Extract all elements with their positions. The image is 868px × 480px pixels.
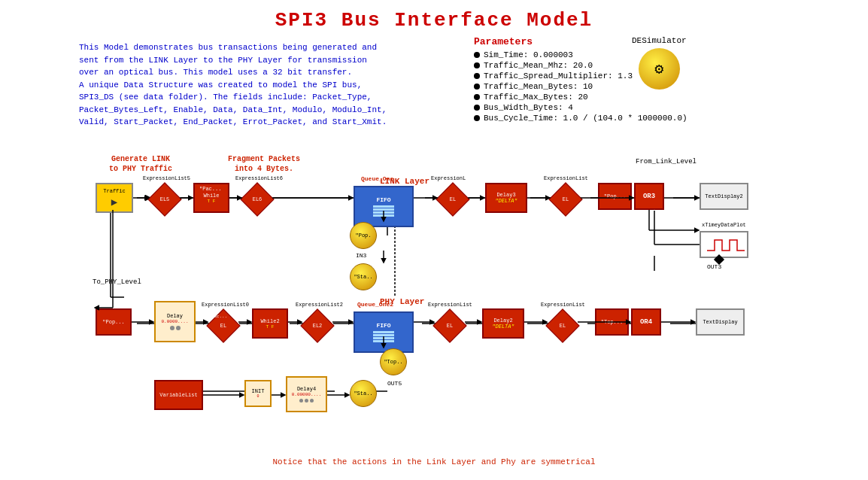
init-block: INIT 0 bbox=[244, 380, 272, 407]
pop-link-right: "Pop... bbox=[598, 183, 632, 210]
param-bus-width: Bus_Width_Bytes: 4 bbox=[474, 103, 687, 112]
desimulator-icon: ⚙ bbox=[639, 48, 680, 90]
expression-list-pop: EL bbox=[551, 184, 581, 214]
out3-label: OUT3 bbox=[707, 263, 721, 270]
delay4-block: Delay4 0.00000.... bbox=[286, 376, 327, 412]
page-title: SPI3 Bus Interface Model bbox=[0, 0, 868, 32]
param-bus-cycle-time: Bus_Cycle_Time: 1.0 / (104.0 * 1000000.0… bbox=[474, 114, 687, 123]
expression-list-phy3: EL bbox=[435, 311, 465, 341]
sta-phy: "Sta.. bbox=[350, 380, 377, 407]
param-traffic-max-bytes: Traffic_Max_Bytes: 20 bbox=[474, 93, 687, 102]
desimulator-label: DESimulator bbox=[632, 36, 687, 45]
top-phy: "Top.. bbox=[380, 348, 407, 375]
top-phy-right: "Top... bbox=[595, 308, 629, 336]
textdisplay2-block: TextDisplay2 bbox=[700, 183, 748, 210]
out5-label: OUT5 bbox=[387, 380, 402, 387]
description: This Model demonstrates bus transactions… bbox=[79, 41, 470, 129]
expression-list-phy2: EL2 bbox=[302, 311, 332, 341]
from-link-label: From_Link_Level bbox=[636, 158, 697, 166]
delay-phy-block: Delay 0.0000.... bbox=[154, 301, 196, 342]
or3-block: OR3 bbox=[634, 183, 664, 210]
expression-list-phy4: EL bbox=[548, 311, 578, 341]
in3-label: IN3 bbox=[356, 252, 366, 259]
xtime-label: xTimeyDataPlot bbox=[702, 222, 746, 228]
while2-block: While2 T F bbox=[252, 308, 288, 339]
traffic-block: Traffic ▶ bbox=[96, 183, 133, 213]
expression-list6: EL6 bbox=[242, 184, 272, 214]
expression-list5: EL5 bbox=[150, 184, 180, 214]
generate-link-label: Generate LINKto PHY Traffic bbox=[109, 154, 172, 174]
sta-link: "Sta.. bbox=[350, 263, 377, 290]
to-phy-label: To_PHY_Level bbox=[93, 278, 141, 286]
queue-one-block: Queue_One FIFO bbox=[354, 175, 414, 228]
varlist-block: VariableList bbox=[154, 380, 203, 410]
delay2-block: Delay2 "DELTA" bbox=[482, 308, 524, 339]
queue-one2-block: Queue_One2 FIFO bbox=[354, 301, 414, 354]
fragment-label: Fragment Packetsinto 4 Bytes. bbox=[228, 154, 300, 174]
or4-block: OR4 bbox=[631, 308, 661, 336]
pop-phy-left: "Pop... bbox=[96, 308, 132, 336]
pop-link-top: "Pop. bbox=[350, 222, 377, 249]
textdisplay-block: TextDisplay bbox=[696, 308, 745, 336]
desimulator-box: DESimulator ⚙ bbox=[632, 36, 687, 90]
delay3-block: Delay3 "DELTA" bbox=[485, 183, 527, 213]
expression-list-link: EL bbox=[438, 184, 468, 214]
notice-text: Notice that the actions in the Link Laye… bbox=[0, 457, 868, 466]
diagram-area: Generate LINKto PHY Traffic Fragment Pac… bbox=[64, 147, 801, 448]
xtime-block bbox=[700, 231, 748, 258]
